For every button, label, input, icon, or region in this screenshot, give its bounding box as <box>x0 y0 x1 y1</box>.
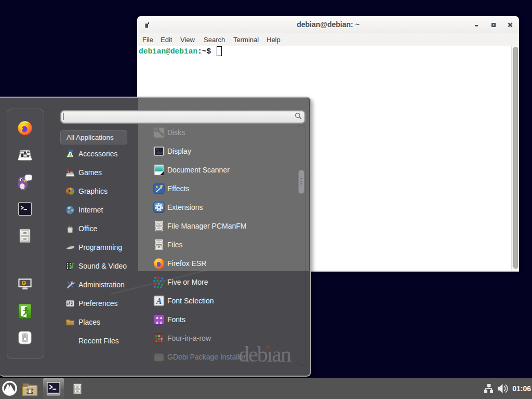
svg-text:a: a <box>160 320 163 325</box>
svg-text:a: a <box>156 320 158 325</box>
svg-text:A: A <box>156 297 162 305</box>
